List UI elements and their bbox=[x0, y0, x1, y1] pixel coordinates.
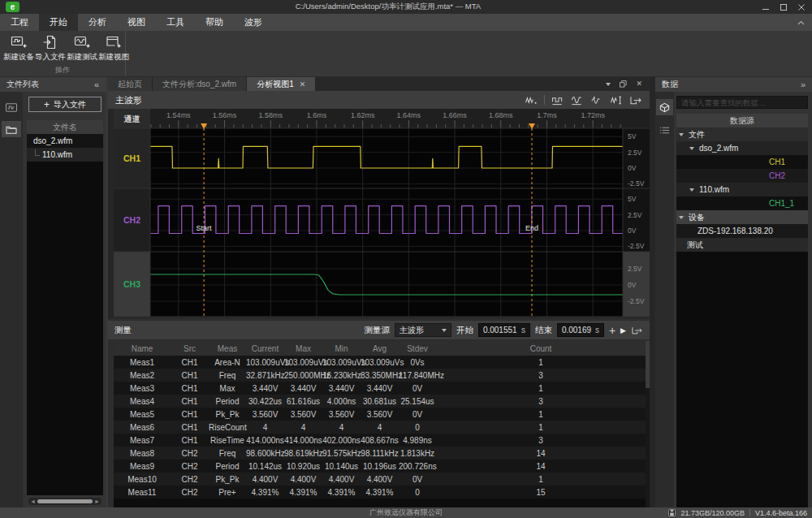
wave-file-icon[interactable] bbox=[2, 99, 21, 115]
table-row[interactable]: Meas8CH2Freq98.600kHz98.619kHz91.575kHz9… bbox=[114, 447, 646, 460]
close-button[interactable] bbox=[793, 1, 810, 13]
table-cell: Meas2 bbox=[114, 371, 171, 380]
tab-起始页[interactable]: 起始页 bbox=[108, 77, 153, 91]
maximize-button[interactable] bbox=[775, 1, 793, 13]
data-search-input[interactable] bbox=[681, 98, 803, 107]
column-header-Meas[interactable]: Meas bbox=[209, 344, 246, 353]
table-cell: 61.616us bbox=[284, 397, 322, 406]
restore-view-icon[interactable] bbox=[620, 80, 627, 88]
tree-expand-icon[interactable] bbox=[679, 133, 684, 136]
wave-cursor-icon[interactable] bbox=[610, 95, 623, 106]
table-cell: CH1 bbox=[171, 384, 209, 393]
end-time-field[interactable]: s bbox=[557, 323, 604, 337]
menu-item-工程[interactable]: 工程 bbox=[0, 14, 39, 31]
export-wave-icon[interactable] bbox=[629, 95, 642, 106]
wave-markers-icon[interactable] bbox=[590, 95, 603, 106]
tab-分析视图1[interactable]: 分析视图1✕ bbox=[247, 77, 316, 91]
tree-item-CH1[interactable]: CH1 bbox=[676, 155, 808, 169]
table-row[interactable]: Meas3CH1Max3.440V3.440V3.440V3.440V0V1 bbox=[114, 382, 646, 395]
file-list-panel: 文件列表 « + 导入文件 文件名 dso_2.wfm110.wfm ◄ ► bbox=[0, 77, 106, 507]
table-row[interactable]: Meas5CH1Pk_Pk3.560V3.560V3.560V3.560V0V1 bbox=[114, 408, 646, 421]
column-header-Src[interactable]: Src bbox=[171, 344, 209, 353]
cube-icon[interactable] bbox=[656, 99, 673, 115]
collapse-ribbon-icon[interactable] bbox=[797, 14, 812, 31]
svg-text:0V: 0V bbox=[628, 227, 637, 235]
tree-item-CH1_1[interactable]: CH1_1 bbox=[676, 196, 808, 210]
column-header-Avg[interactable]: Avg bbox=[361, 344, 399, 353]
tab-label: 文件分析:dso_2.wfm bbox=[162, 79, 236, 90]
table-cell: 1 bbox=[436, 384, 646, 393]
tree-expand-icon[interactable] bbox=[689, 188, 694, 192]
column-header-Name[interactable]: Name bbox=[114, 344, 171, 353]
file-list-item[interactable]: dso_2.wfm bbox=[27, 134, 103, 148]
table-row[interactable]: Meas9CH2Period10.142us10.920us10.140us10… bbox=[114, 460, 646, 473]
start-time-field[interactable]: s bbox=[478, 323, 530, 337]
tree-expand-icon[interactable] bbox=[679, 216, 684, 219]
table-row[interactable]: Meas2CH1Freq32.871kHz250.000MHz16.230kHz… bbox=[114, 369, 646, 382]
menu-item-帮助[interactable]: 帮助 bbox=[195, 14, 234, 31]
tree-item-label: CH2 bbox=[769, 171, 785, 180]
collapse-panel-icon[interactable]: « bbox=[94, 80, 99, 89]
svg-text:-2.5V: -2.5V bbox=[628, 297, 645, 305]
tab-文件分析:dso_2.wfm[interactable]: 文件分析:dso_2.wfm bbox=[153, 77, 247, 91]
square-wave-icon[interactable] bbox=[551, 95, 564, 106]
scrollbar-thumb[interactable] bbox=[37, 499, 93, 503]
minimize-button[interactable] bbox=[757, 1, 775, 13]
list-icon[interactable] bbox=[656, 122, 673, 138]
table-cell: CH2 bbox=[171, 449, 209, 458]
table-row[interactable]: Meas10CH2Pk_Pk4.400V4.400V4.400V4.400V0V… bbox=[114, 473, 646, 486]
tree-item-ZDS-192.168.138.20[interactable]: ZDS-192.168.138.20 bbox=[676, 224, 808, 238]
column-header-Stdev[interactable]: Stdev bbox=[399, 344, 436, 353]
add-measurement-icon[interactable]: + bbox=[609, 325, 615, 336]
table-row[interactable]: Meas11CH2Pre+4.391%4.391%4.391%4.391%015 bbox=[114, 486, 646, 499]
ribbon-button-新建测试[interactable]: 新建测试 bbox=[67, 33, 97, 63]
folder-icon[interactable] bbox=[2, 121, 21, 137]
tree-item-测试[interactable]: 测试 bbox=[676, 238, 808, 252]
tree-item-110.wfm[interactable]: 110.wfm bbox=[676, 183, 808, 196]
ribbon-button-新建设备[interactable]: 新建设备 bbox=[3, 33, 34, 63]
menu-item-开始[interactable]: 开始 bbox=[39, 14, 78, 31]
waveform-chart[interactable]: 5V2.5V0V-2.5V5V2.5V0V-2.5V2.5V0V-2.5V1.5… bbox=[114, 109, 650, 318]
start-time-input[interactable] bbox=[483, 326, 519, 335]
end-time-input[interactable] bbox=[562, 326, 593, 335]
ribbon-button-导入文件[interactable]: 导入文件 bbox=[35, 33, 66, 63]
sine-wave-icon[interactable] bbox=[571, 95, 584, 106]
data-source-header[interactable]: 数据源 bbox=[676, 114, 808, 127]
tab-close-icon[interactable]: ✕ bbox=[300, 80, 306, 88]
data-search-field[interactable] bbox=[676, 96, 808, 109]
expand-panel-icon[interactable]: » bbox=[801, 80, 806, 89]
table-cell: 1 bbox=[436, 475, 646, 484]
column-header-Count[interactable]: Count bbox=[436, 344, 646, 353]
disk-icon bbox=[668, 509, 676, 516]
ribbon-group-operations: 新建设备导入文件新建测试新建视图 操作 bbox=[0, 31, 126, 76]
run-measurement-icon[interactable]: ▶ bbox=[620, 326, 626, 335]
tab-list-dropdown-icon[interactable] bbox=[606, 83, 611, 86]
menu-item-波形[interactable]: 波形 bbox=[234, 14, 273, 31]
import-file-button[interactable]: + 导入文件 bbox=[28, 97, 102, 112]
tree-item-文件[interactable]: 文件 bbox=[676, 127, 808, 141]
menu-item-工具[interactable]: 工具 bbox=[156, 14, 195, 31]
close-view-icon[interactable]: ✕ bbox=[636, 80, 642, 88]
table-row[interactable]: Meas4CH1Period30.422us61.616us4.000ns30.… bbox=[114, 395, 646, 408]
measure-source-dropdown[interactable]: 主波形 bbox=[395, 323, 451, 337]
table-row[interactable]: Meas1CH1Area-N103.009uVs103.009uVs103.00… bbox=[114, 356, 646, 369]
column-header-Current[interactable]: Current bbox=[246, 344, 284, 353]
column-header-Min[interactable]: Min bbox=[322, 344, 361, 353]
menu-item-分析[interactable]: 分析 bbox=[78, 14, 117, 31]
file-list-item[interactable]: 110.wfm bbox=[27, 148, 103, 162]
tree-item-CH2[interactable]: CH2 bbox=[676, 169, 808, 183]
tree-item-dso_2.wfm[interactable]: dso_2.wfm bbox=[676, 141, 808, 155]
tree-expand-icon[interactable] bbox=[689, 147, 694, 150]
menu-item-视图[interactable]: 视图 bbox=[117, 14, 156, 31]
add-measure-icon[interactable] bbox=[525, 95, 538, 106]
column-header-Max[interactable]: Max bbox=[284, 344, 322, 353]
ribbon-button-新建视图[interactable]: 新建视图 bbox=[98, 33, 129, 63]
export-measurement-icon[interactable] bbox=[631, 326, 643, 335]
scroll-left-icon[interactable]: ◄ bbox=[30, 499, 36, 504]
table-row[interactable]: Meas6CH1RiseCount444401 bbox=[114, 421, 646, 434]
waveform-area[interactable]: 5V2.5V0V-2.5V5V2.5V0V-2.5V2.5V0V-2.5V1.5… bbox=[108, 109, 650, 318]
table-row[interactable]: Meas7CH1RiseTime414.000ns414.000ns402.00… bbox=[114, 434, 646, 447]
horizontal-scrollbar[interactable]: ◄ ► bbox=[28, 498, 102, 505]
scroll-right-icon[interactable]: ► bbox=[94, 499, 100, 504]
tree-item-设备[interactable]: 设备 bbox=[676, 210, 808, 224]
